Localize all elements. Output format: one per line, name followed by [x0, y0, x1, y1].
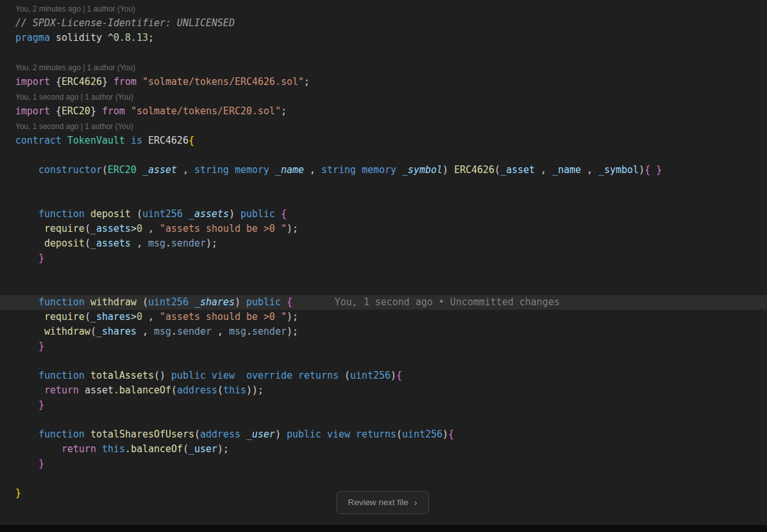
review-next-file-button[interactable]: Review next file ›	[336, 491, 429, 514]
codelens-blame-annotation[interactable]: You, 1 second ago | 1 author (You)	[0, 119, 767, 133]
code-line: deposit(_assets , msg.sender);	[0, 236, 767, 251]
code-line: }	[0, 398, 767, 413]
codelens-blame-annotation[interactable]: You, 2 minutes ago | 1 author (You)	[0, 60, 767, 75]
code-line: require(_shares>0 , "assets should be >0…	[0, 310, 767, 324]
code-lines: You, 2 minutes ago | 1 author (You)// SP…	[0, 1, 767, 501]
code-line: return this.balanceOf(_user);	[0, 442, 767, 457]
code-line: // SPDX-License-Identifier: UNLICENSED	[0, 16, 767, 31]
review-next-file-label: Review next file	[348, 498, 408, 507]
chevron-right-icon: ›	[414, 498, 417, 507]
code-line-current: function withdraw (uint256 _shares) publ…	[0, 295, 767, 310]
empty-line	[0, 192, 767, 207]
empty-line	[0, 148, 767, 163]
code-line: require(_assets>0 , "assets should be >0…	[0, 222, 767, 236]
bottom-panel-edge	[0, 525, 767, 532]
empty-line	[0, 354, 767, 369]
code-line: withdraw(_shares , msg.sender , msg.send…	[0, 324, 767, 339]
code-line: constructor(ERC20 _asset , string memory…	[0, 163, 767, 178]
empty-line	[0, 45, 767, 60]
empty-line	[0, 266, 767, 280]
code-line: import {ERC4626} from "solmate/tokens/ER…	[0, 75, 767, 89]
code-line: }	[0, 339, 767, 354]
codelens-blame-annotation[interactable]: You, 1 second ago | 1 author (You)	[0, 89, 767, 104]
empty-line	[0, 471, 767, 486]
code-line: return asset.balanceOf(address(this));	[0, 383, 767, 398]
empty-line	[0, 280, 767, 295]
code-line: function deposit (uint256 _assets) publi…	[0, 207, 767, 222]
code-line: contract TokenVault is ERC4626{	[0, 133, 767, 148]
code-line: pragma solidity ^0.8.13;	[0, 31, 767, 45]
code-line: }	[0, 251, 767, 266]
empty-line	[0, 413, 767, 427]
inline-blame-annotation: You, 1 second ago • Uncommitted changes	[335, 296, 560, 308]
codelens-blame-annotation[interactable]: You, 2 minutes ago | 1 author (You)	[0, 1, 767, 16]
code-editor[interactable]: You, 2 minutes ago | 1 author (You)// SP…	[0, 0, 767, 532]
code-line: function totalAssets() public view overr…	[0, 369, 767, 383]
code-line: import {ERC20} from "solmate/tokens/ERC2…	[0, 104, 767, 119]
code-line: function totalSharesOfUsers(address _use…	[0, 427, 767, 442]
code-line: }	[0, 457, 767, 471]
empty-line	[0, 178, 767, 192]
